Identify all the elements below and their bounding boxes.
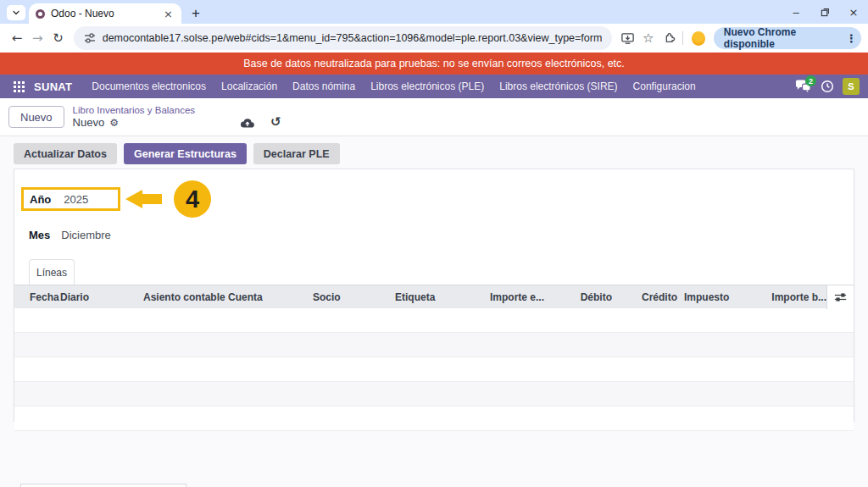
table-header: Fecha Diario Asiento contable Cuenta Soc…	[14, 285, 854, 308]
forward-icon[interactable]: →	[27, 27, 47, 49]
annotation-arrow-icon	[125, 190, 162, 208]
banner-text: Base de datos neutralizada para pruebas:…	[243, 58, 625, 69]
col-credito[interactable]: Crédito	[612, 291, 677, 303]
table-row[interactable]	[14, 357, 854, 382]
profile-avatar-icon[interactable]	[692, 31, 705, 46]
url-text: democontable17.solse.pe/web#cids=1&menu_…	[103, 32, 603, 44]
tab-search-button[interactable]	[7, 5, 25, 20]
main-content: Actualizar Datos Generar Estructuras Dec…	[0, 136, 868, 487]
month-label: Mes	[29, 229, 50, 241]
close-button[interactable]: ×	[839, 0, 868, 24]
extensions-puzzle-icon[interactable]	[659, 28, 679, 48]
messages-badge: 2	[805, 75, 816, 86]
discard-undo-icon[interactable]: ↺	[270, 116, 281, 129]
user-avatar[interactable]: S	[843, 78, 860, 95]
actualizar-datos-button[interactable]: Actualizar Datos	[14, 143, 117, 164]
breadcrumb-parent-link[interactable]: Libro Inventarios y Balances	[73, 104, 195, 116]
toolbar-divider	[682, 31, 683, 45]
menu-libros-electronicos-ple[interactable]: Libros electrónicos (PLE)	[363, 80, 492, 92]
menu-configuracion[interactable]: Configuracion	[626, 80, 704, 92]
table-row[interactable]	[14, 382, 854, 407]
menu-datos-nomina[interactable]: Datos nómina	[285, 80, 363, 92]
table-body	[14, 308, 854, 431]
browser-toolbar: ← → ↻ democontable17.solse.pe/web#cids=1…	[0, 24, 868, 53]
site-settings-tune-icon[interactable]	[84, 32, 96, 44]
year-field-row: Año 2025 4	[21, 180, 854, 218]
menu-localizacion[interactable]: Localización	[214, 80, 285, 92]
action-buttons: Actualizar Datos Generar Estructuras Dec…	[0, 136, 868, 164]
apps-grid-icon[interactable]	[8, 76, 29, 97]
browser-titlebar: Odoo - Nuevo × + – ×	[0, 0, 868, 24]
new-record-button[interactable]: Nuevo	[8, 106, 64, 128]
gear-icon[interactable]: ⚙	[109, 117, 119, 130]
year-field-highlight-box: Año 2025	[21, 187, 120, 211]
install-app-icon[interactable]	[617, 28, 637, 48]
window-controls: – ×	[782, 0, 868, 24]
tab-lineas[interactable]: Líneas	[29, 259, 75, 285]
chrome-update-button[interactable]: Nuevo Chrome disponible ⋮	[714, 27, 861, 49]
tab-title: Odoo - Nuevo	[51, 8, 162, 19]
odoo-favicon-icon	[36, 9, 45, 19]
chrome-update-label: Nuevo Chrome disponible	[724, 26, 840, 50]
year-label: Año	[30, 193, 51, 206]
col-importe-e[interactable]: Importe e...	[480, 291, 544, 303]
bookmark-star-icon[interactable]: ☆	[638, 28, 659, 48]
address-bar[interactable]: democontable17.solse.pe/web#cids=1&menu_…	[74, 26, 613, 50]
form-sheet: Año 2025 4 Mes Diciembre Líneas Fecha Di…	[14, 169, 854, 422]
col-socio[interactable]: Socio	[313, 291, 395, 303]
col-debito[interactable]: Débito	[544, 291, 612, 303]
optional-columns-button[interactable]	[826, 285, 854, 309]
breadcrumb: Libro Inventarios y Balances Nuevo ⚙	[73, 104, 195, 130]
odoo-navbar: SUNAT Documentos electronicos Localizaci…	[0, 75, 868, 98]
menu-documentos-electronicos[interactable]: Documentos electronicos	[84, 80, 214, 92]
control-panel: Nuevo Libro Inventarios y Balances Nuevo…	[0, 98, 868, 136]
new-tab-button[interactable]: +	[192, 6, 200, 21]
chevron-down-icon	[11, 8, 21, 18]
partial-footer-box	[20, 484, 186, 487]
neutralized-db-banner: Base de datos neutralizada para pruebas:…	[0, 53, 868, 75]
activity-clock-icon[interactable]	[821, 80, 834, 93]
col-fecha[interactable]: Fecha	[14, 291, 60, 303]
month-input[interactable]: Diciembre	[61, 229, 111, 241]
table-row[interactable]	[14, 407, 854, 431]
browser-tab[interactable]: Odoo - Nuevo ×	[29, 3, 181, 24]
minimize-button[interactable]: –	[782, 0, 810, 24]
table-row[interactable]	[14, 308, 854, 333]
browser-menu-icon[interactable]: ⋮	[846, 32, 857, 45]
messages-icon[interactable]: 2	[795, 79, 812, 94]
col-importe-b[interactable]: Importe b...	[750, 291, 826, 303]
restore-icon	[821, 8, 830, 17]
app-brand[interactable]: SUNAT	[34, 80, 72, 93]
col-etiqueta[interactable]: Etiqueta	[395, 291, 480, 303]
tab-close-icon[interactable]: ×	[162, 8, 175, 20]
col-impuesto[interactable]: Impuesto	[677, 291, 745, 303]
year-input[interactable]: 2025	[64, 193, 88, 206]
col-cuenta[interactable]: Cuenta	[228, 291, 313, 303]
reload-icon[interactable]: ↻	[47, 27, 68, 49]
navbar-right: 2 S	[795, 78, 860, 95]
generar-estructuras-button[interactable]: Generar Estructuras	[124, 143, 247, 164]
menu-libros-electronicos-sire[interactable]: Libros electrónicos (SIRE)	[492, 80, 625, 92]
restore-button[interactable]	[810, 0, 839, 24]
back-icon[interactable]: ←	[7, 27, 27, 49]
record-save-controls: ↺	[239, 106, 281, 129]
col-asiento-contable[interactable]: Asiento contable	[143, 291, 228, 303]
table-row[interactable]	[14, 333, 854, 357]
sliders-icon	[834, 291, 847, 303]
col-diario[interactable]: Diario	[60, 291, 143, 303]
declarar-ple-button[interactable]: Declarar PLE	[253, 143, 340, 164]
breadcrumb-current: Nuevo	[73, 116, 105, 130]
month-field-row: Mes Diciembre	[29, 229, 854, 241]
cloud-save-icon[interactable]	[239, 117, 255, 129]
annotation-step-badge: 4	[174, 180, 211, 218]
